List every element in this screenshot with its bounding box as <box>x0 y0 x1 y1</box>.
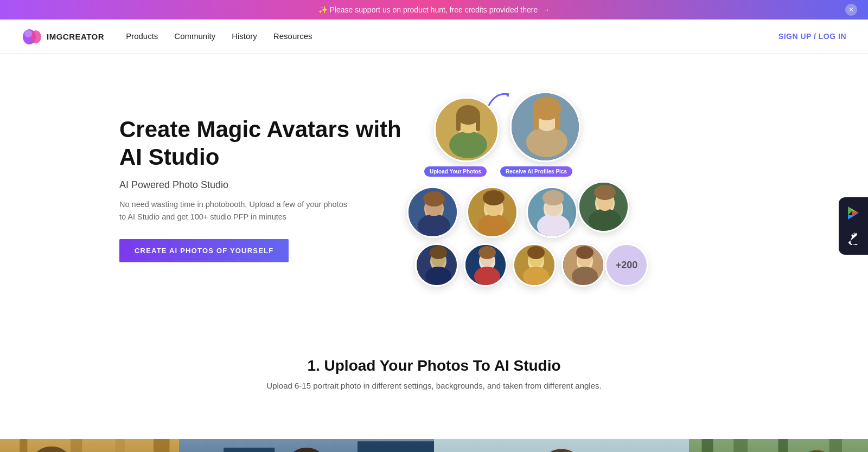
svg-marker-3 <box>505 92 510 98</box>
svg-point-13 <box>526 127 567 157</box>
svg-point-27 <box>483 190 505 205</box>
logo-link[interactable]: IMGCREATOR <box>22 26 104 47</box>
nav-resources[interactable]: Resources <box>273 31 312 41</box>
photo-4 <box>689 439 868 452</box>
play-store-button[interactable] <box>844 204 863 222</box>
avatar-fantasy4 <box>578 181 629 233</box>
avatar-sm2 <box>464 243 507 287</box>
svg-rect-75 <box>358 441 434 452</box>
nav-products[interactable]: Products <box>126 31 158 41</box>
svg-point-42 <box>430 246 447 259</box>
upload-section: 1. Upload Your Photos To AI Studio Uploa… <box>0 325 868 439</box>
svg-point-2 <box>24 30 32 37</box>
svg-rect-63 <box>116 439 125 452</box>
nav-links: Products Community History Resources <box>126 31 778 41</box>
avatar-fantasy1 <box>407 186 458 238</box>
svg-rect-16 <box>533 108 539 130</box>
avatar-receive <box>510 92 580 162</box>
svg-point-57 <box>576 246 593 259</box>
main-nav: IMGCREATOR Products Community History Re… <box>0 20 868 54</box>
hero-section: Create Magic Avatars with AI Studio AI P… <box>0 54 868 325</box>
svg-rect-64 <box>154 439 169 452</box>
svg-point-45 <box>474 267 500 286</box>
svg-point-52 <box>527 246 545 259</box>
section1-desc: Upload 6-15 portrait photo in different … <box>76 381 792 390</box>
photo-1 <box>0 439 179 452</box>
svg-rect-61 <box>20 439 27 452</box>
close-icon: ✕ <box>848 6 854 14</box>
hero-title: Create Magic Avatars with AI Studio <box>119 116 401 171</box>
photo-2 <box>179 439 434 452</box>
svg-point-37 <box>594 185 616 200</box>
section1-title: 1. Upload Your Photos To AI Studio <box>76 357 792 374</box>
svg-rect-90 <box>702 439 713 452</box>
nav-community[interactable]: Community <box>174 31 215 41</box>
photo-3 <box>434 439 689 452</box>
svg-point-50 <box>523 267 549 286</box>
svg-point-47 <box>478 246 496 259</box>
auth-button[interactable]: SIGN UP / LOG IN <box>778 32 846 41</box>
svg-point-1 <box>30 30 41 43</box>
hero-description: No need wasting time in photobooth, Uplo… <box>119 198 353 223</box>
logo-icon <box>22 26 42 47</box>
cta-button[interactable]: CREATE AI PHOTOS OF YOURSELF <box>119 239 289 262</box>
avatar-plus-badge: +200 <box>605 243 648 287</box>
banner-arrow: → <box>542 5 550 14</box>
announcement-banner: ✨ Please support us on product hunt, fre… <box>0 0 868 20</box>
banner-close-button[interactable]: ✕ <box>845 4 857 16</box>
nav-history[interactable]: History <box>232 31 257 41</box>
svg-rect-62 <box>71 439 82 452</box>
svg-rect-73 <box>224 448 275 452</box>
avatar-sm1 <box>415 243 458 287</box>
svg-marker-101 <box>848 206 852 215</box>
hero-subtitle: AI Powered Photo Studio <box>119 179 401 191</box>
svg-rect-17 <box>555 108 560 130</box>
svg-rect-92 <box>778 439 788 452</box>
svg-point-6 <box>449 131 487 158</box>
svg-point-32 <box>542 190 564 205</box>
app-store-buttons <box>839 197 868 255</box>
avatar-sm4 <box>561 243 605 287</box>
avatar-sm3 <box>513 243 556 287</box>
avatar-upload <box>434 97 499 162</box>
banner-text: ✨ Please support us on product hunt, fre… <box>318 5 538 14</box>
avatar-fantasy2 <box>467 186 518 238</box>
svg-point-20 <box>418 214 450 238</box>
hero-content: Create Magic Avatars with AI Studio AI P… <box>119 116 401 262</box>
svg-rect-91 <box>733 439 748 452</box>
apple-store-button[interactable] <box>844 230 863 248</box>
avatar-fantasy3 <box>526 186 578 238</box>
svg-point-40 <box>425 267 451 286</box>
svg-rect-9 <box>456 115 461 131</box>
label-receive: Receive AI Profiles Pics <box>500 166 572 177</box>
label-upload: Upload Your Photos <box>424 166 487 177</box>
svg-point-25 <box>477 214 510 238</box>
hero-visual: Upload Your Photos Receive AI Profiles P… <box>401 86 629 292</box>
logo-text: IMGCREATOR <box>47 32 104 41</box>
svg-rect-10 <box>476 115 480 131</box>
svg-point-55 <box>572 267 598 286</box>
svg-rect-93 <box>829 439 843 452</box>
svg-point-22 <box>423 191 445 206</box>
photo-grid <box>0 439 868 452</box>
svg-point-30 <box>537 214 570 238</box>
svg-point-35 <box>589 209 621 233</box>
